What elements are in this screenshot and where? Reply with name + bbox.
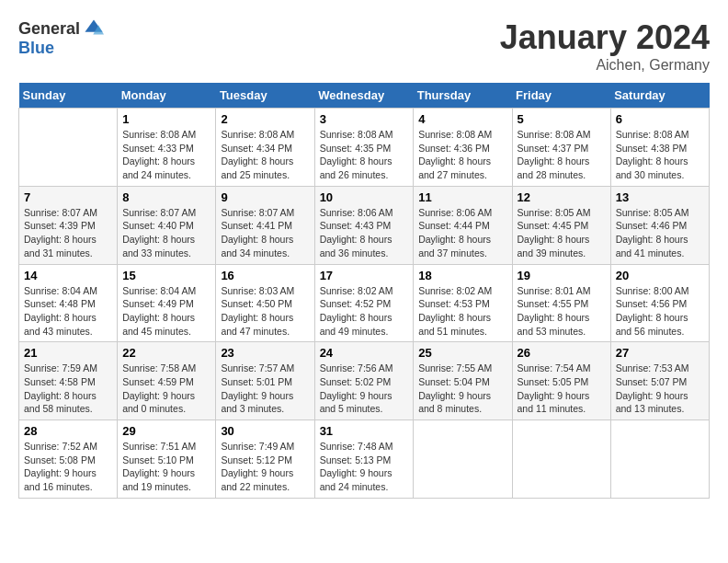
calendar-cell bbox=[512, 420, 610, 499]
day-info: Sunrise: 7:57 AM Sunset: 5:01 PM Dayligh… bbox=[221, 362, 309, 416]
day-number: 6 bbox=[616, 112, 704, 126]
calendar-cell: 27Sunrise: 7:53 AM Sunset: 5:07 PM Dayli… bbox=[610, 342, 709, 420]
day-number: 16 bbox=[221, 269, 309, 282]
day-info: Sunrise: 8:04 AM Sunset: 4:48 PM Dayligh… bbox=[24, 284, 112, 339]
calendar-cell: 12Sunrise: 8:05 AM Sunset: 4:45 PM Dayli… bbox=[512, 186, 610, 264]
day-number: 15 bbox=[122, 269, 210, 282]
calendar-cell: 7Sunrise: 8:07 AM Sunset: 4:39 PM Daylig… bbox=[19, 186, 118, 264]
logo: General Blue bbox=[18, 18, 104, 58]
calendar-cell: 21Sunrise: 7:59 AM Sunset: 4:58 PM Dayli… bbox=[19, 342, 118, 420]
day-number: 29 bbox=[122, 424, 210, 438]
calendar-cell: 16Sunrise: 8:03 AM Sunset: 4:50 PM Dayli… bbox=[216, 264, 314, 342]
day-info: Sunrise: 7:56 AM Sunset: 5:02 PM Dayligh… bbox=[320, 362, 409, 416]
calendar-cell: 19Sunrise: 8:01 AM Sunset: 4:55 PM Dayli… bbox=[512, 264, 610, 342]
day-number: 14 bbox=[24, 269, 112, 282]
calendar-cell: 28Sunrise: 7:52 AM Sunset: 5:08 PM Dayli… bbox=[19, 420, 118, 499]
day-info: Sunrise: 7:48 AM Sunset: 5:13 PM Dayligh… bbox=[320, 440, 409, 494]
day-number: 2 bbox=[221, 112, 309, 126]
calendar-cell: 6Sunrise: 8:08 AM Sunset: 4:38 PM Daylig… bbox=[610, 109, 709, 187]
logo-icon bbox=[84, 18, 104, 39]
day-info: Sunrise: 7:58 AM Sunset: 4:59 PM Dayligh… bbox=[122, 362, 210, 416]
month-title: January 2024 bbox=[500, 18, 710, 57]
calendar-cell: 8Sunrise: 8:07 AM Sunset: 4:40 PM Daylig… bbox=[118, 186, 216, 264]
day-info: Sunrise: 7:59 AM Sunset: 4:58 PM Dayligh… bbox=[24, 362, 112, 416]
day-number: 4 bbox=[418, 112, 506, 126]
day-info: Sunrise: 8:06 AM Sunset: 4:43 PM Dayligh… bbox=[320, 206, 409, 260]
day-number: 5 bbox=[518, 112, 606, 126]
day-info: Sunrise: 8:00 AM Sunset: 4:56 PM Dayligh… bbox=[616, 284, 704, 339]
day-number: 8 bbox=[122, 190, 210, 204]
day-info: Sunrise: 8:07 AM Sunset: 4:39 PM Dayligh… bbox=[24, 206, 112, 260]
day-info: Sunrise: 7:54 AM Sunset: 5:05 PM Dayligh… bbox=[518, 362, 606, 416]
day-info: Sunrise: 8:08 AM Sunset: 4:33 PM Dayligh… bbox=[122, 128, 210, 182]
day-number: 23 bbox=[221, 346, 309, 360]
day-number: 18 bbox=[418, 269, 506, 282]
calendar-cell: 18Sunrise: 8:02 AM Sunset: 4:53 PM Dayli… bbox=[414, 264, 512, 342]
calendar-cell: 24Sunrise: 7:56 AM Sunset: 5:02 PM Dayli… bbox=[314, 342, 414, 420]
day-number: 27 bbox=[616, 346, 704, 360]
day-number: 28 bbox=[24, 424, 112, 438]
day-number: 3 bbox=[320, 112, 409, 126]
day-number: 13 bbox=[616, 190, 704, 204]
day-info: Sunrise: 8:07 AM Sunset: 4:41 PM Dayligh… bbox=[221, 206, 309, 260]
header-row: SundayMondayTuesdayWednesdayThursdayFrid… bbox=[19, 83, 710, 109]
calendar-cell bbox=[414, 420, 512, 499]
calendar-cell bbox=[610, 420, 709, 499]
day-info: Sunrise: 8:05 AM Sunset: 4:46 PM Dayligh… bbox=[616, 206, 704, 260]
calendar-cell: 9Sunrise: 8:07 AM Sunset: 4:41 PM Daylig… bbox=[216, 186, 314, 264]
calendar-cell: 30Sunrise: 7:49 AM Sunset: 5:12 PM Dayli… bbox=[216, 420, 314, 499]
logo-blue: Blue bbox=[18, 39, 54, 58]
day-info: Sunrise: 8:06 AM Sunset: 4:44 PM Dayligh… bbox=[418, 206, 506, 260]
day-info: Sunrise: 7:53 AM Sunset: 5:07 PM Dayligh… bbox=[616, 362, 704, 416]
day-header-monday: Monday bbox=[118, 83, 216, 109]
calendar-cell: 22Sunrise: 7:58 AM Sunset: 4:59 PM Dayli… bbox=[118, 342, 216, 420]
calendar-cell: 29Sunrise: 7:51 AM Sunset: 5:10 PM Dayli… bbox=[118, 420, 216, 499]
calendar-cell: 31Sunrise: 7:48 AM Sunset: 5:13 PM Dayli… bbox=[314, 420, 414, 499]
calendar-cell: 20Sunrise: 8:00 AM Sunset: 4:56 PM Dayli… bbox=[610, 264, 709, 342]
day-info: Sunrise: 7:51 AM Sunset: 5:10 PM Dayligh… bbox=[122, 440, 210, 494]
day-info: Sunrise: 8:04 AM Sunset: 4:49 PM Dayligh… bbox=[122, 284, 210, 339]
week-row-4: 21Sunrise: 7:59 AM Sunset: 4:58 PM Dayli… bbox=[19, 342, 710, 420]
day-number: 17 bbox=[320, 269, 409, 282]
day-number: 10 bbox=[320, 190, 409, 204]
day-number: 1 bbox=[122, 112, 210, 126]
week-row-3: 14Sunrise: 8:04 AM Sunset: 4:48 PM Dayli… bbox=[19, 264, 710, 342]
day-info: Sunrise: 8:07 AM Sunset: 4:40 PM Dayligh… bbox=[122, 206, 210, 260]
day-info: Sunrise: 8:02 AM Sunset: 4:53 PM Dayligh… bbox=[418, 284, 506, 339]
day-number: 22 bbox=[122, 346, 210, 360]
day-header-sunday: Sunday bbox=[19, 83, 118, 109]
day-number: 26 bbox=[518, 346, 606, 360]
calendar-cell: 5Sunrise: 8:08 AM Sunset: 4:37 PM Daylig… bbox=[512, 109, 610, 187]
day-info: Sunrise: 8:03 AM Sunset: 4:50 PM Dayligh… bbox=[221, 284, 309, 339]
day-header-friday: Friday bbox=[512, 83, 610, 109]
day-info: Sunrise: 8:08 AM Sunset: 4:38 PM Dayligh… bbox=[616, 128, 704, 182]
calendar-cell: 14Sunrise: 8:04 AM Sunset: 4:48 PM Dayli… bbox=[19, 264, 118, 342]
day-number: 9 bbox=[221, 190, 309, 204]
day-header-tuesday: Tuesday bbox=[216, 83, 314, 109]
calendar-cell: 10Sunrise: 8:06 AM Sunset: 4:43 PM Dayli… bbox=[314, 186, 414, 264]
calendar-header: SundayMondayTuesdayWednesdayThursdayFrid… bbox=[19, 83, 710, 109]
day-info: Sunrise: 8:08 AM Sunset: 4:37 PM Dayligh… bbox=[518, 128, 606, 182]
calendar: SundayMondayTuesdayWednesdayThursdayFrid… bbox=[18, 83, 710, 499]
day-header-saturday: Saturday bbox=[610, 83, 709, 109]
day-info: Sunrise: 8:01 AM Sunset: 4:55 PM Dayligh… bbox=[518, 284, 606, 339]
page-header: General Blue January 2024 Aichen, German… bbox=[18, 18, 710, 74]
day-number: 20 bbox=[616, 269, 704, 282]
title-block: January 2024 Aichen, Germany bbox=[500, 18, 710, 74]
day-number: 30 bbox=[221, 424, 309, 438]
day-number: 12 bbox=[518, 190, 606, 204]
calendar-cell: 11Sunrise: 8:06 AM Sunset: 4:44 PM Dayli… bbox=[414, 186, 512, 264]
day-info: Sunrise: 8:08 AM Sunset: 4:36 PM Dayligh… bbox=[418, 128, 506, 182]
week-row-1: 1Sunrise: 8:08 AM Sunset: 4:33 PM Daylig… bbox=[19, 109, 710, 187]
logo-general: General bbox=[18, 19, 80, 39]
calendar-cell: 3Sunrise: 8:08 AM Sunset: 4:35 PM Daylig… bbox=[314, 109, 414, 187]
calendar-cell: 23Sunrise: 7:57 AM Sunset: 5:01 PM Dayli… bbox=[216, 342, 314, 420]
day-info: Sunrise: 8:02 AM Sunset: 4:52 PM Dayligh… bbox=[320, 284, 409, 339]
calendar-cell: 1Sunrise: 8:08 AM Sunset: 4:33 PM Daylig… bbox=[118, 109, 216, 187]
calendar-cell: 25Sunrise: 7:55 AM Sunset: 5:04 PM Dayli… bbox=[414, 342, 512, 420]
calendar-cell: 13Sunrise: 8:05 AM Sunset: 4:46 PM Dayli… bbox=[610, 186, 709, 264]
calendar-body: 1Sunrise: 8:08 AM Sunset: 4:33 PM Daylig… bbox=[19, 109, 710, 499]
day-number: 21 bbox=[24, 346, 112, 360]
week-row-2: 7Sunrise: 8:07 AM Sunset: 4:39 PM Daylig… bbox=[19, 186, 710, 264]
calendar-cell bbox=[19, 109, 118, 187]
